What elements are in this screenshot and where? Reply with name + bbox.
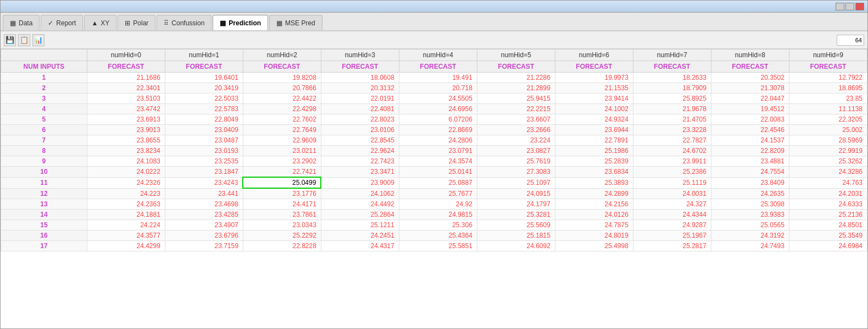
data-cell: 24.5505: [399, 94, 477, 104]
col-header-7: numHid=7: [633, 50, 711, 61]
subheader-0: FORECAST: [87, 61, 165, 73]
data-cell: 19.4512: [711, 104, 789, 114]
tabs-bar: ▦Data✓Report▲XY⊞Polar⠿Confussion▦Predict…: [1, 13, 867, 31]
corner-header: [1, 50, 87, 61]
maximize-button[interactable]: [845, 3, 854, 10]
data-cell: 23.6913: [87, 114, 165, 125]
data-cell: 23.2902: [243, 156, 321, 167]
data-cell: 21.3078: [711, 83, 789, 94]
data-cell: 23.0409: [165, 125, 243, 135]
tab-mse-pred[interactable]: ▦MSE Pred: [269, 15, 322, 30]
tab-label-0: Data: [19, 19, 32, 27]
data-cell: 24.3192: [711, 231, 789, 241]
data-cell: 24.9287: [633, 220, 711, 231]
data-cell: 22.8023: [321, 114, 399, 125]
table-container[interactable]: numHid=0 numHid=1 numHid=2 numHid=3 numH…: [1, 49, 867, 328]
col-header-1: numHid=1: [165, 50, 243, 61]
tab-data[interactable]: ▦Data: [3, 15, 40, 30]
row-id: 5: [1, 114, 87, 125]
data-cell: 25.9415: [477, 94, 555, 104]
row-id: 1: [1, 73, 87, 83]
data-cell: 25.1986: [555, 146, 633, 156]
table-row: 1524.22423.490723.034325.121125.30625.56…: [1, 220, 867, 231]
title-bar: [1, 1, 867, 13]
data-cell: 23.9013: [87, 125, 165, 135]
tab-polar[interactable]: ⊞Polar: [118, 15, 155, 30]
tab-icon-1: ✓: [48, 19, 53, 27]
data-cell: 24.2156: [555, 199, 633, 210]
export-icon[interactable]: 📊: [32, 34, 44, 46]
copy-icon[interactable]: 📋: [18, 34, 30, 46]
data-cell: 25.7619: [477, 156, 555, 167]
data-cell: 22.0083: [711, 114, 789, 125]
data-cell: 23.8234: [87, 146, 165, 156]
data-cell: 11.1138: [789, 104, 867, 114]
col-header-8: numHid=8: [711, 50, 789, 61]
data-cell: 23.6944: [555, 125, 633, 135]
row-id: 7: [1, 135, 87, 146]
data-cell: 21.1535: [555, 83, 633, 94]
data-cell: 24.4492: [321, 199, 399, 210]
data-cell: 24.1797: [477, 199, 555, 210]
data-cell: 24.8019: [555, 231, 633, 241]
data-cell: 22.8209: [711, 146, 789, 156]
data-cell: 24.7554: [711, 167, 789, 178]
data-cell: 23.4698: [165, 199, 243, 210]
close-button[interactable]: [855, 3, 864, 10]
tab-xy[interactable]: ▲XY: [84, 15, 116, 30]
data-cell: 24.3574: [399, 156, 477, 167]
data-cell: 23.0487: [165, 135, 243, 146]
row-id: 3: [1, 94, 87, 104]
table-row: 423.474222.578322.429822.408124.695622.2…: [1, 104, 867, 114]
data-cell: 22.8228: [243, 241, 321, 251]
data-cell: 24.8501: [789, 220, 867, 231]
data-cell: 23.3471: [321, 167, 399, 178]
row-label-header: NUM INPUTS: [1, 61, 87, 73]
data-cell: 24.7493: [711, 241, 789, 251]
minimize-button[interactable]: [836, 3, 844, 10]
data-cell: 25.2136: [789, 210, 867, 220]
data-cell: 25.1097: [477, 177, 555, 188]
data-cell: 24.2363: [87, 199, 165, 210]
data-cell: 25.3281: [477, 210, 555, 220]
zoom-input[interactable]: [837, 35, 864, 46]
data-cell: 25.1211: [321, 220, 399, 231]
data-cell: 20.3419: [165, 83, 243, 94]
row-id: 17: [1, 241, 87, 251]
data-cell: 24.1062: [321, 188, 399, 199]
row-id: 2: [1, 83, 87, 94]
tab-prediction[interactable]: ▦Prediction: [213, 15, 268, 30]
table-row: 1624.357723.679625.229224.245125.436425.…: [1, 231, 867, 241]
tab-confussion[interactable]: ⠿Confussion: [157, 15, 212, 30]
table-row: 222.340120.341920.786620.313220.71821.28…: [1, 83, 867, 94]
data-cell: 22.2215: [477, 104, 555, 114]
data-cell: 22.4422: [243, 94, 321, 104]
tab-label-5: Prediction: [229, 19, 261, 27]
table-row: 1124.232623.424325.049923.900925.088725.…: [1, 177, 867, 188]
data-cell: 25.2386: [633, 167, 711, 178]
data-cell: 24.327: [633, 199, 711, 210]
row-id: 12: [1, 188, 87, 199]
subheader-4: FORECAST: [399, 61, 477, 73]
data-cell: 22.7421: [243, 167, 321, 178]
col-header-6: numHid=6: [555, 50, 633, 61]
data-cell: 23.0827: [477, 146, 555, 156]
table-row: 723.865523.048722.960922.854524.280623.2…: [1, 135, 867, 146]
subheader-7: FORECAST: [633, 61, 711, 73]
tab-report[interactable]: ✓Report: [41, 15, 83, 30]
data-cell: 21.1686: [87, 73, 165, 83]
data-cell: 25.3262: [789, 156, 867, 167]
table-row: 1024.022223.184722.742123.347125.014127.…: [1, 167, 867, 178]
data-cell: 23.7861: [243, 210, 321, 220]
data-table: numHid=0 numHid=1 numHid=2 numHid=3 numH…: [1, 49, 867, 251]
data-cell: 25.2292: [243, 231, 321, 241]
row-id: 14: [1, 210, 87, 220]
subheader-1: FORECAST: [165, 61, 243, 73]
data-cell: 22.8049: [165, 114, 243, 125]
save-icon[interactable]: 💾: [4, 34, 16, 46]
data-cell: 24.223: [87, 188, 165, 199]
data-cell: 25.002: [789, 125, 867, 135]
tab-icon-3: ⊞: [125, 19, 130, 27]
data-cell: 24.1083: [87, 156, 165, 167]
data-cell: 22.4081: [321, 104, 399, 114]
